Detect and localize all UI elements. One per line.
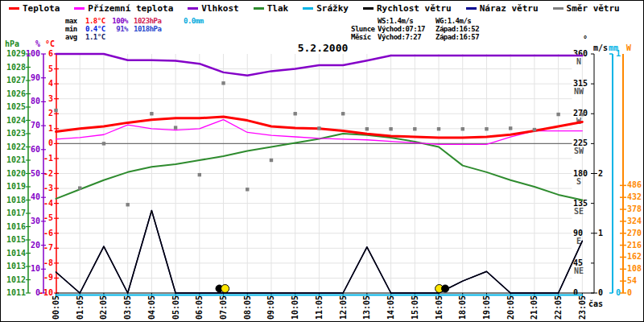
series-marker-sm-r-v-tru (174, 126, 177, 129)
series-marker-sm-r-v-tru (341, 112, 345, 115)
series-marker-sm-r-v-tru (580, 113, 584, 116)
stat-pressure-min: 1018hPa (134, 25, 178, 33)
legend-item-p-zemn-teplota: Přízemní teplota (74, 3, 173, 14)
series-marker-sm-r-v-tru (78, 186, 81, 189)
temperature-tick-label: -4 (43, 199, 53, 208)
humidity-tick-label: 40 (31, 192, 40, 201)
temperature-tick-label: -9 (43, 273, 53, 282)
pressure-tick-label: 1027 (6, 76, 26, 85)
legend-swatch (466, 7, 477, 10)
stat-label-max: max (65, 17, 85, 25)
temperature-tick-label: 1 (48, 124, 53, 133)
legend-swatch (553, 7, 564, 10)
series-marker-sm-r-v-tru (126, 203, 129, 206)
windspeed-tick-label: 2 (598, 169, 603, 178)
series-marker-sm-r-v-tru (221, 81, 225, 85)
temperature-tick-label: -5 (43, 213, 53, 222)
direction-name-label: NW (574, 87, 584, 96)
humidity-tick-label: 70 (31, 121, 40, 130)
legend-swatch (363, 7, 374, 10)
sun-icon (221, 285, 229, 293)
stats-row-wind: WS:1.4m/s WG:1.4m/s (351, 17, 479, 25)
chart-title: 5.2.2000 (1, 42, 644, 54)
series-marker-sm-r-v-tru (413, 127, 416, 130)
legend-swatch (74, 7, 85, 10)
x-tick-label: 11:05 (315, 295, 324, 320)
moonset-time: Západ:16:57 (436, 33, 479, 41)
stat-wind-gust: WG:1.4m/s (436, 17, 471, 25)
series-marker-sm-r-v-tru (485, 127, 488, 130)
pressure-tick-label: 1024 (6, 116, 26, 125)
temperature-tick-label: -2 (43, 169, 53, 178)
pressure-tick-label: 1019 (6, 182, 26, 191)
radiation-tick-label: 486 (627, 180, 642, 189)
temperature-tick-label: -3 (43, 184, 53, 192)
temperature-tick-label: 2 (48, 109, 53, 118)
temperature-tick-label: -1 (43, 154, 53, 163)
humidity-tick-label: 50 (31, 169, 40, 178)
radiation-tick-label: 54 (627, 276, 637, 285)
x-axis-title: čas (588, 299, 603, 308)
sun-label: Slunce (351, 25, 378, 33)
x-tick-label: 07:05 (219, 295, 228, 320)
pressure-tick-label: 1026 (6, 89, 26, 98)
series-marker-sm-r-v-tru (437, 127, 440, 130)
x-tick-label: 18:05 (458, 295, 467, 320)
moon-label: Měsíc (351, 33, 378, 41)
legend-label: Tlak (267, 3, 289, 14)
humidity-tick-label: 90 (31, 73, 40, 82)
stats-row-avg: avg 1.1°C (65, 33, 204, 41)
legend-swatch (254, 7, 264, 10)
direction-name-label: NE (574, 266, 584, 275)
stat-pressure-max: 1023hPa (134, 17, 178, 25)
series-marker-sm-r-v-tru (246, 188, 249, 191)
x-tick-label: 04:05 (147, 295, 156, 320)
stat-temp-max: 1.8°C (85, 17, 109, 25)
x-tick-label: 19:05 (482, 295, 491, 320)
legend-label: Teplota (23, 3, 60, 14)
x-tick-label: 10:05 (291, 295, 299, 320)
x-tick-label: 08:05 (243, 295, 252, 320)
x-tick-label: 06:05 (195, 295, 204, 320)
pressure-tick-label: 1013 (6, 262, 26, 270)
temperature-tick-label: 0 (48, 138, 53, 147)
humidity-tick-label: 60 (31, 145, 40, 154)
pressure-tick-label: 1014 (6, 249, 26, 258)
stats-row-moon: Měsíc Východ:7:27 Západ:16:57 (351, 33, 479, 41)
direction-name-label: S (576, 177, 581, 186)
stat-rain-total: 0.0mm (184, 17, 204, 25)
legend-item-sr-ky: Srážky (303, 3, 349, 14)
stat-label-avg: avg (65, 33, 85, 41)
series-marker-sm-r-v-tru (54, 109, 57, 112)
radiation-tick-label: 162 (627, 252, 642, 261)
x-tick-label: 16:05 (435, 295, 444, 320)
series-marker-sm-r-v-tru (150, 112, 153, 115)
x-tick-label: 02:05 (99, 295, 108, 320)
series-marker-sm-r-v-tru (533, 128, 536, 131)
legend-label: Srážky (316, 3, 349, 14)
x-tick-label: 09:05 (266, 295, 275, 320)
stats-row-sun: Slunce Východ:07:17 Západ:16:52 (351, 25, 479, 33)
direction-name-label: N (576, 57, 581, 66)
series-marker-sm-r-v-tru (365, 127, 369, 130)
temperature-tick-label: 3 (48, 94, 53, 103)
moonrise-time: Východ:7:27 (378, 33, 436, 41)
series-marker-sm-r-v-tru (509, 126, 512, 130)
pressure-tick-label: 1018 (6, 196, 26, 204)
series-marker-sm-r-v-tru (389, 127, 392, 130)
temperature-tick-label: 5 (48, 64, 53, 73)
pressure-tick-label: 1022 (6, 142, 26, 151)
windspeed-tick-label: 0 (598, 288, 603, 297)
humidity-tick-label: 10 (31, 264, 40, 273)
legend-item-teplota: Teplota (9, 3, 60, 14)
direction-name-label: SE (574, 207, 584, 216)
stats-row-min: min 0.4°C 91% 1018hPa (65, 25, 204, 33)
legend-item-sm-r-v-tru: Směr větru (553, 3, 620, 14)
series-marker-sm-r-v-tru (102, 142, 105, 145)
series-marker-sm-r-v-tru (556, 113, 559, 116)
chart-legend: TeplotaPřízemní teplotaVlhkostTlakSrážky… (9, 3, 620, 14)
x-tick-label: 23:05 (578, 295, 587, 320)
temperature-tick-label: -7 (43, 243, 53, 252)
pressure-tick-label: 1015 (6, 235, 26, 244)
moon-icon (442, 285, 449, 292)
